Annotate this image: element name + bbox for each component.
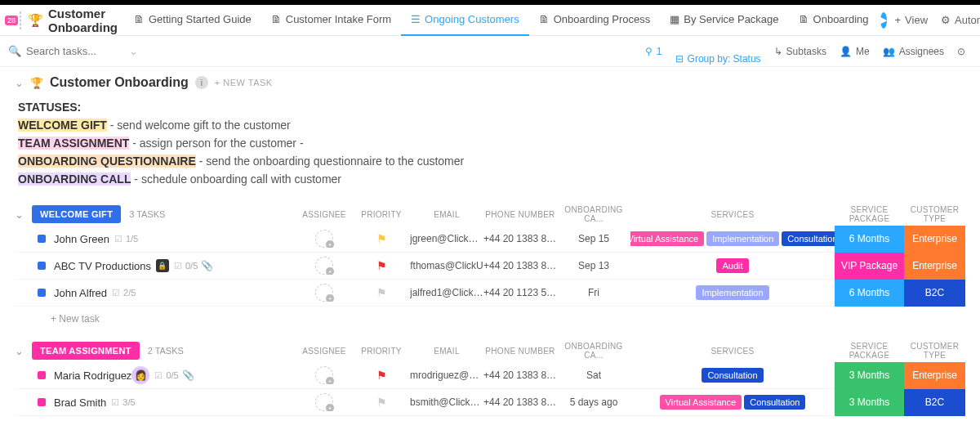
doc-icon: 🗎 <box>539 13 550 25</box>
priority-flag-icon[interactable]: ⚑ <box>376 286 387 299</box>
status-indicator[interactable] <box>38 371 46 379</box>
email-cell[interactable]: mrodriguez@Clic <box>410 370 483 381</box>
onboarding-call-cell[interactable]: Sep 13 <box>557 260 630 271</box>
search-input[interactable] <box>26 45 124 57</box>
customer-type-cell[interactable]: Enterprise <box>904 253 965 280</box>
me-chip[interactable]: 👤Me <box>833 43 876 60</box>
service-tag[interactable]: Implementation <box>706 231 779 246</box>
collapse-list-icon[interactable]: ⌄ <box>15 77 24 89</box>
filter-chip[interactable]: ⚲1 <box>639 43 669 60</box>
service-package-cell[interactable]: 3 Months <box>835 362 904 389</box>
task-name[interactable]: ABC TV Productions <box>54 260 151 272</box>
services-cell[interactable]: Virtual AssistanceConsultation <box>630 395 835 410</box>
onboarding-call-cell[interactable]: Sat <box>557 370 630 381</box>
phone-cell[interactable]: +44 20 1383 813 <box>483 396 557 408</box>
email-cell[interactable]: jalfred1@ClickUp <box>410 287 483 298</box>
priority-flag-icon[interactable]: ⚑ <box>376 369 387 382</box>
status-indicator[interactable] <box>38 262 46 270</box>
service-tag[interactable]: Consultation <box>702 368 763 383</box>
subtask-count-icon: ☑ <box>112 288 120 298</box>
task-name[interactable]: John Green <box>54 233 109 245</box>
group-header[interactable]: ⌄TEAM ASSIGNMENT2 TASKSASSIGNEEPRIORITYE… <box>15 339 965 362</box>
customer-type-cell[interactable]: B2C <box>904 280 965 307</box>
table-row[interactable]: Maria Rodriguez👩☑0/5📎⚑mrodriguez@Clic+44… <box>15 362 965 389</box>
assignees-chip[interactable]: 👥Assignees <box>876 43 951 60</box>
assignee-add[interactable] <box>315 366 333 384</box>
list-icon: ☰ <box>411 13 421 25</box>
automate-button[interactable]: ⚙Automate <box>936 14 980 26</box>
services-cell[interactable]: Virtual AssistanceImplementationConsulta… <box>630 231 835 246</box>
customer-type-cell[interactable]: B2C <box>904 389 965 416</box>
email-cell[interactable]: bsmith@ClickUp. <box>410 396 483 408</box>
chevron-down-icon[interactable]: ⌄ <box>129 45 138 57</box>
subtask-icon: ↳ <box>774 46 782 57</box>
tab-by-service-package[interactable]: ▦By Service Package <box>660 5 788 36</box>
phone-cell[interactable]: +44 20 1123 576 <box>483 287 557 298</box>
tab-onboarding[interactable]: 🗎Onboarding <box>789 5 879 36</box>
subtask-count: 0/5 <box>166 370 178 380</box>
service-tag[interactable]: Implementation <box>696 285 768 300</box>
priority-flag-icon[interactable]: ⚑ <box>376 232 387 245</box>
status-indicator[interactable] <box>38 235 46 243</box>
tab-customer-intake-form[interactable]: 🗎Customer Intake Form <box>261 5 401 36</box>
services-cell[interactable]: Implementation <box>630 285 835 300</box>
table-row[interactable]: John Alfred☑2/5⚑jalfred1@ClickUp+44 20 1… <box>15 280 965 307</box>
phone-cell[interactable]: +44 20 1383 813 <box>483 370 557 381</box>
collapse-group-icon[interactable]: ⌄ <box>15 345 24 357</box>
services-cell[interactable]: Audit <box>630 258 835 273</box>
service-tag[interactable]: Consultation <box>782 231 835 246</box>
task-name[interactable]: Maria Rodriguez <box>54 370 131 382</box>
customer-type-cell[interactable]: Enterprise <box>904 226 965 253</box>
more-settings-icon[interactable]: ⊙ <box>951 43 972 60</box>
add-view-button[interactable]: +View <box>890 14 933 26</box>
task-name[interactable]: John Alfred <box>54 287 107 299</box>
assignee-add[interactable] <box>315 257 333 275</box>
email-cell[interactable]: jgreen@ClickUp. <box>410 233 483 244</box>
phone-cell[interactable]: +44 20 1383 813 <box>483 260 557 271</box>
customer-type-cell[interactable]: Enterprise <box>904 362 965 389</box>
assignee-add[interactable] <box>315 230 333 248</box>
table-row[interactable]: Brad Smith☑3/5⚑bsmith@ClickUp.+44 20 138… <box>15 389 965 416</box>
status-pill[interactable]: TEAM ASSIGNMENT <box>32 342 140 360</box>
group-by-chip[interactable]: ⊟Group by: Status <box>669 50 768 68</box>
tab-getting-started-guide[interactable]: 🗎Getting Started Guide <box>124 5 261 36</box>
search-box[interactable]: 🔍 ⌄ <box>8 45 639 57</box>
onboarding-call-cell[interactable]: Sep 15 <box>557 233 630 244</box>
table-row[interactable]: John Green☑1/5⚑jgreen@ClickUp.+44 20 138… <box>15 226 965 253</box>
service-package-cell[interactable]: VIP Package <box>835 253 904 280</box>
service-package-cell[interactable]: 6 Months <box>835 280 904 307</box>
tab-onboarding-process[interactable]: 🗎Onboarding Process <box>529 5 661 36</box>
avatar[interactable]: 👩 <box>131 366 149 384</box>
new-task-header[interactable]: + NEW TASK <box>215 78 273 87</box>
status-indicator[interactable] <box>38 289 46 297</box>
status-pill[interactable]: WELCOME GIFT <box>32 205 121 223</box>
assignee-add[interactable] <box>315 393 333 411</box>
service-tag[interactable]: Consultation <box>744 395 805 410</box>
subtasks-chip[interactable]: ↳Subtasks <box>768 43 833 60</box>
menu-placeholder-icon[interactable] <box>20 11 21 29</box>
priority-flag-icon[interactable]: ⚑ <box>376 259 387 272</box>
service-package-cell[interactable]: 6 Months <box>835 226 904 253</box>
service-tag[interactable]: Audit <box>716 258 748 273</box>
new-task-row[interactable]: + New task <box>15 307 965 325</box>
group-header[interactable]: ⌄WELCOME GIFT3 TASKSASSIGNEEPRIORITYEMAI… <box>15 203 965 226</box>
more-views-icon[interactable]: ▶ <box>880 12 887 29</box>
onboarding-call-cell[interactable]: Fri <box>557 287 630 298</box>
status-indicator[interactable] <box>38 398 46 406</box>
service-tag[interactable]: Virtual Assistance <box>630 231 704 246</box>
table-row[interactable]: ABC TV Productions🔒☑0/5📎⚑fthomas@ClickU+… <box>15 253 965 280</box>
notif-badge[interactable]: 28 <box>5 16 18 25</box>
service-tag[interactable]: Virtual Assistance <box>660 395 742 410</box>
onboarding-call-cell[interactable]: 5 days ago <box>557 396 630 408</box>
task-name[interactable]: Brad Smith <box>54 396 106 409</box>
phone-cell[interactable]: +44 20 1383 813 <box>483 233 557 244</box>
email-cell[interactable]: fthomas@ClickU <box>410 260 483 271</box>
service-package-cell[interactable]: 3 Months <box>835 389 904 416</box>
assignee-add[interactable] <box>315 284 333 302</box>
tab-ongoing-customers[interactable]: ☰Ongoing Customers <box>401 5 529 36</box>
services-cell[interactable]: Consultation <box>630 368 835 383</box>
info-icon[interactable]: i <box>195 76 208 89</box>
priority-flag-icon[interactable]: ⚑ <box>376 396 387 409</box>
space-title[interactable]: 🏆 Customer Onboarding <box>23 7 122 34</box>
collapse-group-icon[interactable]: ⌄ <box>15 208 24 221</box>
